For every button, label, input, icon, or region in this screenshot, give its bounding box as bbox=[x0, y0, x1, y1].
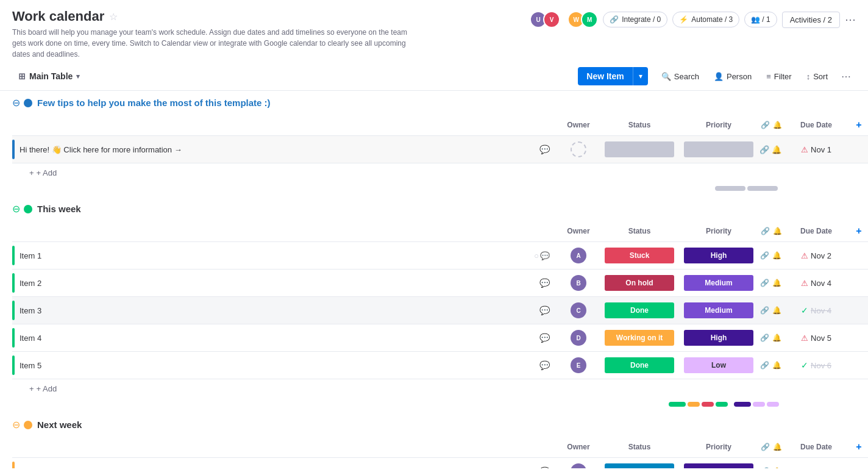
item4-priority-badge: High bbox=[684, 330, 753, 346]
col-owner-label: Owner bbox=[557, 118, 600, 132]
item6-avatar: F bbox=[571, 463, 586, 468]
item5-status-cell[interactable]: Done bbox=[600, 355, 679, 376]
col-owner-label-nw: Owner bbox=[557, 440, 600, 454]
item3-status-cell[interactable]: Done bbox=[600, 300, 679, 321]
item5-bell-cell[interactable]: 🔔 bbox=[770, 361, 783, 370]
item4-bell-cell[interactable]: 🔔 bbox=[770, 334, 783, 342]
item2-chat-icon[interactable]: 💬 bbox=[539, 278, 550, 288]
new-item-button[interactable]: New Item bbox=[578, 67, 632, 85]
item4-chat-icon[interactable]: 💬 bbox=[539, 333, 550, 343]
item1-status-cell[interactable]: Stuck bbox=[600, 245, 679, 266]
item3-chat-icon[interactable]: 💬 bbox=[539, 305, 550, 315]
item6-bell-cell[interactable]: 🔔 bbox=[770, 467, 783, 468]
group-bar-green4 bbox=[12, 328, 15, 348]
sort-button[interactable]: ↕ Sort bbox=[800, 69, 834, 84]
item3-link-cell[interactable]: 🔗 bbox=[758, 306, 770, 315]
item5-priority-cell[interactable]: Low bbox=[679, 355, 758, 376]
add-row-tips[interactable]: + + Add bbox=[12, 163, 868, 182]
main-table-view-button[interactable]: ⊞ Main Table ▾ bbox=[12, 68, 86, 84]
search-button[interactable]: 🔍 Search bbox=[655, 69, 705, 84]
add-row-thisweek[interactable]: + + Add bbox=[12, 379, 868, 398]
item1-link-cell[interactable]: 🔗 bbox=[758, 251, 770, 260]
filter-icon: ≡ bbox=[766, 72, 771, 81]
item6-chat-icon[interactable]: 💬 bbox=[539, 466, 550, 468]
table-row-item2: Item 2 💬 B On hold Medium 🔗 🔔 ⚠ Nov 4 bbox=[12, 270, 868, 297]
item6-priority-cell[interactable]: High bbox=[679, 461, 758, 468]
automate-button[interactable]: ⚡ Automate / 3 bbox=[672, 12, 739, 27]
item5-link-cell[interactable]: 🔗 bbox=[758, 361, 770, 370]
priority-cell[interactable] bbox=[679, 139, 758, 160]
group-tips-table: Owner Status Priority 🔗 🔔 Due Date + Hi … bbox=[0, 115, 868, 195]
sort-icon: ↕ bbox=[806, 72, 811, 81]
item4-owner-cell[interactable]: D bbox=[557, 330, 600, 346]
members-button[interactable]: 👥 / 1 bbox=[744, 12, 777, 27]
item6-name: Item 6 bbox=[20, 467, 539, 469]
group-nextweek-header[interactable]: ⊖ Next week bbox=[0, 413, 868, 437]
item1-chat-icon[interactable]: ○ bbox=[534, 251, 539, 260]
item6-cell[interactable]: Item 6 💬 bbox=[12, 458, 557, 468]
group-tips-collapse-icon[interactable]: ⊖ bbox=[12, 97, 20, 109]
item1-alert-icon: ⚠ bbox=[801, 251, 808, 260]
item1-duedate-cell: ⚠ Nov 2 bbox=[783, 251, 850, 260]
activities-button[interactable]: Activities / 2 bbox=[782, 12, 840, 28]
item-cell[interactable]: Hi there! 👋 Click here for more informat… bbox=[12, 136, 557, 163]
status-cell[interactable] bbox=[600, 139, 679, 160]
item4-link-cell[interactable]: 🔗 bbox=[758, 334, 770, 342]
item3-cell[interactable]: Item 3 💬 bbox=[12, 297, 557, 324]
item2-cell[interactable]: Item 2 💬 bbox=[12, 270, 557, 296]
col-link-header-nw: 🔗 bbox=[758, 440, 770, 454]
item4-cell[interactable]: Item 4 💬 bbox=[12, 324, 557, 351]
col-link-header: 🔗 bbox=[758, 118, 770, 132]
group-tips-header[interactable]: ⊖ Few tips to help you make the most of … bbox=[0, 91, 868, 115]
item2-status-cell[interactable]: On hold bbox=[600, 273, 679, 293]
filter-button[interactable]: ≡ Filter bbox=[760, 69, 797, 84]
item4-priority-cell[interactable]: High bbox=[679, 327, 758, 348]
avatar-group-2: W M bbox=[567, 11, 598, 28]
star-icon[interactable]: ☆ bbox=[109, 11, 118, 23]
search-label: Search bbox=[674, 72, 699, 81]
group-nextweek: ⊖ Next week Owner Status Priority 🔗 🔔 Du… bbox=[0, 413, 868, 468]
bell-cell[interactable]: 🔔 bbox=[770, 145, 783, 154]
more-view-options-button[interactable]: ⋯ bbox=[836, 68, 856, 85]
item3-bell-cell[interactable]: 🔔 bbox=[770, 306, 783, 315]
link-cell[interactable]: 🔗 bbox=[758, 145, 770, 154]
item2-owner-cell[interactable]: B bbox=[557, 275, 600, 291]
item5-owner-cell[interactable]: E bbox=[557, 357, 600, 373]
person-button[interactable]: 👤 Person bbox=[708, 69, 758, 84]
item5-status-badge: Done bbox=[605, 357, 674, 373]
item5-cell[interactable]: Item 5 💬 bbox=[12, 352, 557, 379]
group-thisweek-header[interactable]: ⊖ This week bbox=[0, 197, 868, 221]
new-item-dropdown-button[interactable]: ▾ bbox=[633, 67, 648, 85]
group-thisweek-collapse-icon[interactable]: ⊖ bbox=[12, 203, 20, 215]
group-nextweek-collapse-icon[interactable]: ⊖ bbox=[12, 419, 20, 430]
item1-due-date: Nov 2 bbox=[811, 251, 831, 260]
owner-cell[interactable] bbox=[557, 141, 600, 157]
integrate-button[interactable]: 🔗 Integrate / 0 bbox=[603, 12, 667, 27]
item5-check-icon: ✓ bbox=[801, 360, 808, 370]
item6-status-badge: Scheduled bbox=[605, 463, 674, 468]
group-bar-yellow6 bbox=[12, 462, 15, 468]
item6-link-cell[interactable]: 🔗 bbox=[758, 467, 770, 468]
item2-bell-cell[interactable]: 🔔 bbox=[770, 279, 783, 287]
item1-action-icon[interactable]: 💬 bbox=[540, 251, 550, 260]
item2-link-cell[interactable]: 🔗 bbox=[758, 279, 770, 287]
item1-owner-cell[interactable]: A bbox=[557, 248, 600, 263]
item6-owner-cell[interactable]: F bbox=[557, 463, 600, 468]
item3-priority-cell[interactable]: Medium bbox=[679, 300, 758, 321]
item5-chat-icon[interactable]: 💬 bbox=[539, 360, 550, 370]
item2-priority-cell[interactable]: Medium bbox=[679, 273, 758, 293]
chat-icon[interactable]: 💬 bbox=[539, 145, 550, 154]
item1-cell[interactable]: Item 1 ○ 💬 bbox=[12, 242, 557, 269]
col-priority-label-tw: Priority bbox=[679, 224, 758, 238]
sort-label: Sort bbox=[813, 72, 828, 81]
new-item-button-group: New Item ▾ bbox=[578, 67, 647, 85]
item6-status-cell[interactable]: Scheduled bbox=[600, 461, 679, 468]
item3-status-badge: Done bbox=[605, 302, 674, 318]
item3-owner-cell[interactable]: C bbox=[557, 302, 600, 318]
item4-status-cell[interactable]: Working on it bbox=[600, 327, 679, 348]
item1-priority-cell[interactable]: High bbox=[679, 245, 758, 266]
table-icon: ⊞ bbox=[18, 71, 26, 81]
more-options-button[interactable]: ⋯ bbox=[845, 13, 856, 26]
integrate-label: Integrate / 0 bbox=[622, 15, 661, 24]
item1-bell-cell[interactable]: 🔔 bbox=[770, 251, 783, 260]
